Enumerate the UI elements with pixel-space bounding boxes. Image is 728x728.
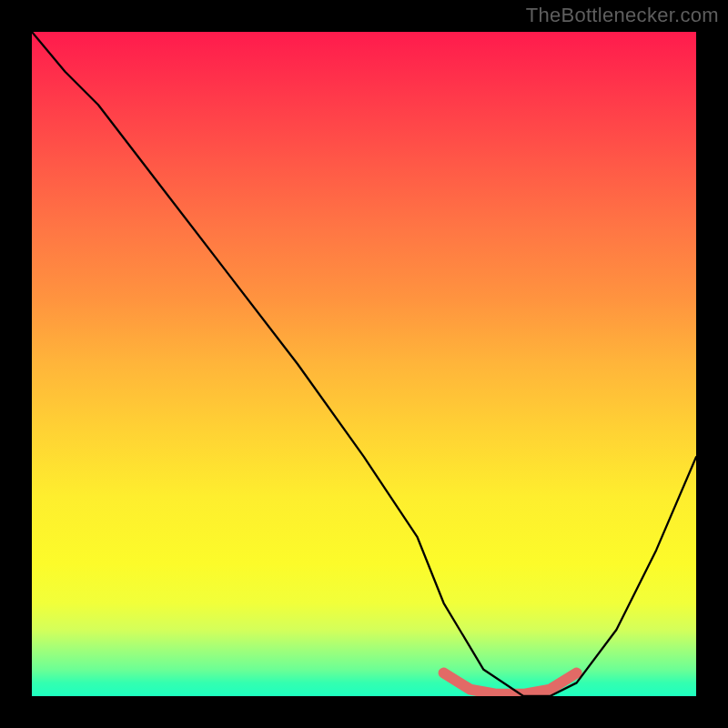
chart-frame: TheBottlenecker.com (0, 0, 728, 728)
bottleneck-curve (32, 32, 696, 696)
highlight-segment (444, 673, 577, 694)
plot-area (32, 32, 696, 696)
chart-svg (32, 32, 696, 696)
watermark-text: TheBottlenecker.com (526, 4, 719, 27)
